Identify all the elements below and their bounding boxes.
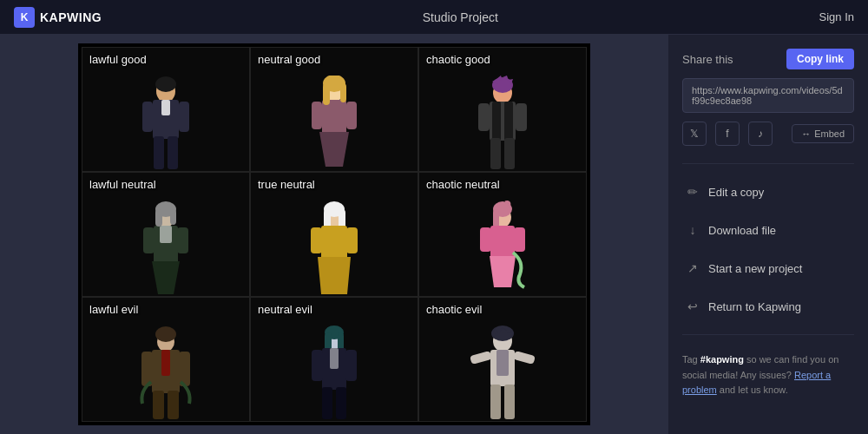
tag-suffix: and let us know.	[717, 385, 788, 395]
svg-rect-9	[322, 100, 346, 135]
svg-rect-75	[490, 385, 501, 419]
signin-button[interactable]: Sign In	[819, 10, 854, 23]
svg-rect-34	[155, 209, 162, 227]
embed-label: Embed	[814, 128, 845, 139]
edit-copy-action[interactable]: ✏ Edit a copy	[682, 178, 854, 206]
return-icon: ↩	[686, 299, 700, 313]
svg-rect-23	[504, 102, 513, 141]
svg-rect-64	[330, 348, 339, 369]
edit-copy-label: Edit a copy	[708, 186, 764, 199]
cell-neutral-evil: neutral evil	[250, 297, 418, 422]
svg-rect-42	[346, 227, 358, 253]
sidebar: Share this Copy link https://www.kapwing…	[668, 35, 868, 434]
cell-lawful-neutral: lawful neutral	[82, 172, 250, 297]
svg-rect-54	[161, 350, 170, 376]
char-svg-lawful-good	[127, 76, 205, 171]
facebook-icon[interactable]: f	[715, 122, 740, 146]
content-area: lawful good	[0, 35, 668, 434]
embed-button[interactable]: ↔ Embed	[792, 124, 854, 143]
svg-rect-32	[160, 226, 172, 243]
return-action[interactable]: ↩ Return to Kapwing	[682, 293, 854, 320]
share-section: Share this Copy link https://www.kapwing…	[682, 49, 854, 149]
svg-point-50	[155, 326, 176, 342]
new-project-action[interactable]: ↗ Start a new project	[682, 254, 854, 282]
svg-rect-11	[346, 102, 357, 129]
svg-rect-47	[480, 227, 491, 252]
svg-rect-7	[161, 100, 170, 115]
download-action[interactable]: ↓ Download file	[682, 216, 854, 244]
svg-point-6	[155, 76, 176, 92]
main-content: lawful good	[0, 35, 868, 434]
char-svg-neutral-good	[295, 76, 373, 171]
char-svg-lawful-evil	[127, 326, 205, 421]
svg-rect-3	[179, 102, 189, 132]
figure-lawful-evil	[82, 329, 249, 422]
tiktok-icon[interactable]: ♪	[748, 122, 773, 146]
figure-chaotic-evil	[419, 329, 586, 422]
logo-icon: K	[14, 7, 35, 28]
svg-rect-27	[504, 138, 515, 169]
svg-rect-52	[141, 352, 153, 386]
svg-rect-74	[513, 351, 536, 365]
svg-rect-45	[493, 209, 499, 228]
logo[interactable]: K KAPWING	[14, 7, 102, 28]
alignment-chart: lawful good	[78, 43, 590, 425]
svg-rect-65	[322, 387, 332, 419]
cell-label-neutral-evil: neutral evil	[258, 303, 312, 316]
svg-rect-41	[311, 227, 322, 253]
svg-rect-55	[153, 391, 164, 419]
divider-1	[682, 163, 854, 164]
url-box[interactable]: https://www.kapwing.com/videos/5df99c9ec…	[682, 78, 854, 113]
svg-rect-77	[496, 350, 509, 376]
cell-lawful-good: lawful good	[82, 47, 250, 172]
svg-rect-5	[168, 136, 178, 169]
svg-rect-24	[478, 103, 490, 131]
char-svg-chaotic-neutral	[464, 201, 542, 296]
tag-prefix: Tag	[682, 354, 700, 365]
edit-icon: ✏	[686, 185, 700, 199]
svg-rect-76	[504, 385, 515, 419]
figure-lawful-neutral	[82, 204, 249, 297]
figure-neutral-good	[251, 79, 418, 172]
cell-label-lawful-neutral: lawful neutral	[89, 178, 156, 191]
svg-rect-14	[340, 83, 346, 102]
new-project-icon: ↗	[686, 261, 700, 275]
svg-rect-62	[312, 350, 323, 381]
svg-rect-2	[142, 102, 153, 132]
download-label: Download file	[708, 224, 776, 237]
cell-chaotic-neutral: chaotic neutral	[418, 172, 587, 297]
twitter-icon[interactable]: 𝕏	[682, 122, 707, 146]
svg-rect-13	[323, 83, 330, 105]
svg-rect-73	[470, 351, 492, 365]
cell-label-chaotic-evil: chaotic evil	[426, 303, 482, 316]
header: K KAPWING Studio Project Sign In	[0, 0, 868, 35]
figure-neutral-evil	[251, 329, 418, 422]
svg-rect-35	[170, 209, 176, 225]
svg-rect-40	[321, 226, 347, 260]
figure-lawful-good	[82, 79, 249, 172]
cell-label-lawful-evil: lawful evil	[89, 303, 138, 316]
cell-label-lawful-good: lawful good	[89, 53, 147, 66]
char-svg-lawful-neutral	[127, 201, 205, 296]
figure-chaotic-neutral	[419, 204, 586, 297]
svg-rect-63	[345, 350, 357, 381]
svg-rect-4	[154, 136, 164, 169]
download-icon: ↓	[686, 223, 700, 237]
copy-link-button[interactable]: Copy link	[786, 49, 854, 69]
social-icons-row: 𝕏 f ♪ ↔ Embed	[682, 122, 854, 146]
svg-point-16	[492, 77, 513, 93]
svg-rect-26	[490, 138, 501, 169]
cell-chaotic-evil: chaotic evil	[418, 297, 587, 422]
return-label: Return to Kapwing	[708, 300, 801, 313]
cell-label-true-neutral: true neutral	[258, 178, 315, 191]
cell-label-chaotic-neutral: chaotic neutral	[426, 178, 500, 191]
svg-rect-31	[177, 227, 188, 253]
svg-rect-48	[514, 227, 525, 252]
share-header: Share this Copy link	[682, 49, 854, 69]
char-svg-true-neutral	[295, 201, 373, 296]
divider-2	[682, 334, 854, 335]
logo-text: KAPWING	[40, 10, 102, 24]
svg-rect-25	[516, 103, 527, 131]
char-svg-chaotic-good	[464, 76, 542, 171]
cell-label-chaotic-good: chaotic good	[426, 53, 490, 66]
